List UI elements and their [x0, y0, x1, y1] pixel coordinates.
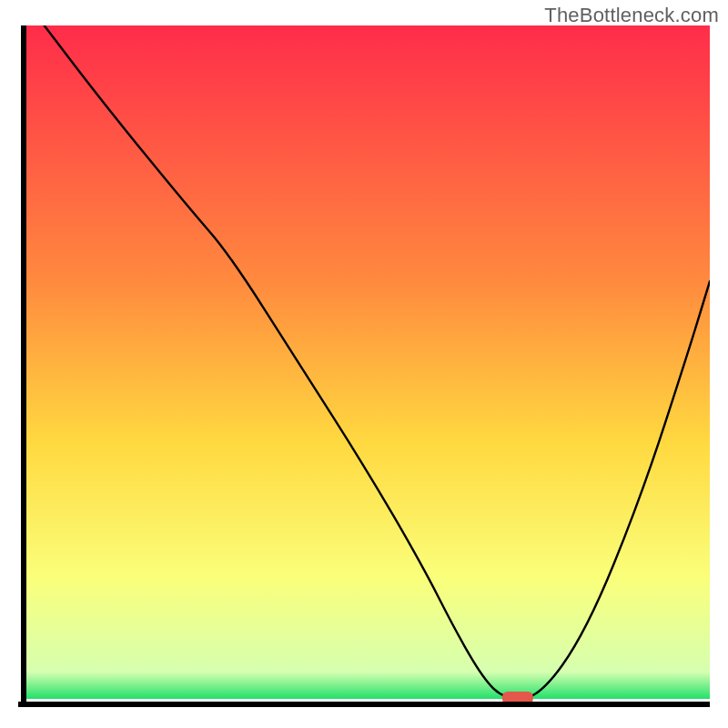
chart-svg	[18, 25, 710, 710]
watermark-text: TheBottleneck.com	[544, 4, 719, 27]
bottleneck-chart	[18, 25, 710, 710]
gradient-background	[24, 25, 710, 699]
